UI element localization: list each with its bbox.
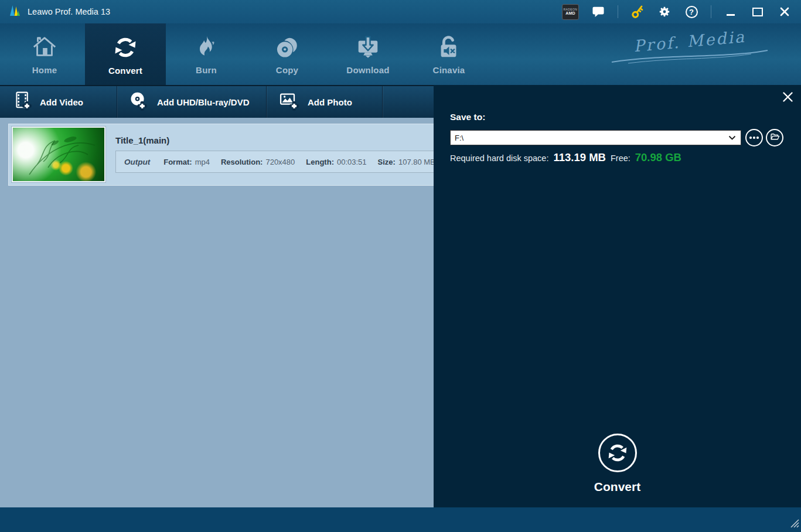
save-to-label: Save to: — [450, 112, 485, 122]
download-icon — [355, 34, 381, 61]
feedback-icon[interactable] — [591, 4, 606, 20]
copy-disc-icon — [274, 34, 301, 61]
settings-gear-icon[interactable] — [657, 4, 672, 20]
free-space-value: 70.98 GB — [635, 151, 681, 164]
media-list: Title_1(main) Output Format: mp4 Resolut… — [0, 118, 434, 507]
open-folder-button[interactable] — [766, 129, 783, 146]
amd-gpu-badge[interactable]: RADEON AMD — [562, 4, 579, 20]
status-bar — [0, 507, 801, 532]
titlebar-separator — [618, 5, 618, 18]
panel-close-button[interactable] — [781, 90, 794, 103]
convert-button-label: Convert — [594, 480, 640, 494]
tab-convert[interactable]: Convert — [85, 23, 166, 85]
add-uhd-bluray-dvd-button[interactable]: Add UHD/Blu-ray/DVD — [117, 86, 266, 118]
tab-copy[interactable]: Copy — [247, 23, 328, 85]
resize-grip[interactable] — [790, 519, 799, 530]
add-toolbar: Add Video Add UHD/Blu-ray/DVD — [0, 85, 434, 118]
video-thumbnail — [12, 127, 105, 182]
required-space-label: Required hard disk space: — [450, 154, 548, 163]
help-icon[interactable]: ? — [684, 4, 699, 20]
output-label: Output — [124, 158, 150, 166]
close-button[interactable] — [777, 4, 792, 20]
chevron-down-icon — [728, 135, 741, 140]
format-field: Format: mp4 — [163, 158, 210, 166]
leawo-logo-icon — [8, 4, 22, 20]
photo-plus-icon — [278, 90, 299, 114]
toolbar-separator — [382, 86, 383, 118]
required-space-value: 113.19 MB — [553, 151, 605, 164]
tab-burn[interactable]: Burn — [166, 23, 247, 85]
home-icon — [31, 34, 58, 61]
app-window: Leawo Prof. Media 13 RADEON AMD — [0, 0, 801, 532]
disc-plus-icon — [129, 90, 149, 114]
resolution-field: Resolution: 720x480 — [221, 158, 295, 166]
film-plus-icon — [13, 90, 32, 114]
save-path-select[interactable]: F:\ — [450, 130, 741, 145]
convert-icon — [111, 33, 139, 62]
tab-download[interactable]: Download — [328, 23, 408, 85]
disk-space-info: Required hard disk space: 113.19 MB Free… — [450, 151, 681, 164]
convert-circle-arrows-icon — [598, 434, 637, 472]
browse-ellipsis-button[interactable] — [745, 129, 763, 146]
maximize-button[interactable] — [750, 4, 765, 20]
folder-icon — [770, 132, 780, 144]
window-title: Leawo Prof. Media 13 — [28, 7, 110, 16]
tab-cinavia[interactable]: Cinavia — [408, 23, 489, 85]
convert-button[interactable]: Convert — [434, 434, 801, 494]
cinavia-unlock-icon — [435, 34, 462, 61]
size-field: Size: 107.80 MB — [378, 158, 435, 166]
titlebar-separator — [711, 5, 711, 18]
add-video-button[interactable]: Add Video — [0, 86, 117, 118]
burn-flame-icon — [193, 34, 220, 61]
register-key-icon[interactable] — [630, 4, 645, 20]
main-nav: Home Convert — [0, 23, 801, 85]
titlebar: Leawo Prof. Media 13 RADEON AMD — [0, 0, 801, 23]
minimize-button[interactable] — [723, 4, 738, 20]
convert-settings-panel: Save to: F:\ Required hard disk space: 1… — [434, 85, 801, 507]
tab-home[interactable]: Home — [4, 23, 85, 85]
save-path-value: F:\ — [451, 134, 728, 142]
length-field: Length: 00:03:51 — [306, 158, 366, 166]
media-title: Title_1(main) — [115, 135, 169, 145]
add-photo-button[interactable]: Add Photo — [267, 86, 382, 118]
free-space-label: Free: — [611, 154, 630, 163]
